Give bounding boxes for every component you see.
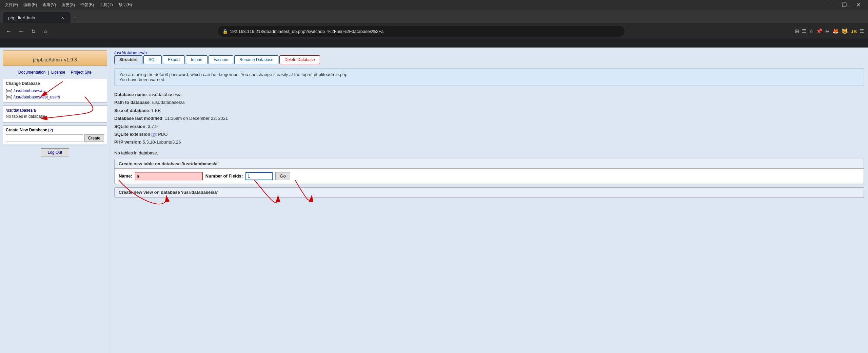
warning-line2: You have been warned.: [119, 77, 859, 82]
tab-title: phpLiteAdmin: [8, 15, 35, 20]
create-table-title: Create new table on database '/usr/datab…: [115, 159, 864, 169]
sidebar-links: Documentation | License | Project Site: [0, 69, 110, 76]
security-icon: 🔒: [222, 29, 228, 34]
menu-edit[interactable]: 编辑(E): [21, 1, 39, 8]
tab-rename-database[interactable]: Rename Database: [234, 55, 278, 64]
db-size-row: Size of database: 1 KB: [114, 107, 864, 114]
menu-bar: 文件(F) 编辑(E) 查看(V) 历史(S) 书签(B) 工具(T) 帮助(H…: [0, 0, 868, 10]
create-db-title: Create New Database [?]: [6, 128, 104, 132]
app-title: phpLiteAdmin v1.9.3: [6, 55, 104, 63]
tab-import[interactable]: Import: [186, 55, 208, 64]
table-name-input[interactable]: [135, 172, 203, 180]
action-tabs: Structure SQL Export Import Vacuum Renam…: [114, 55, 864, 64]
php-version-value: 5.3.10-1ubuntu3.26: [143, 140, 181, 145]
db-info: Database name: /usr/databases/a Path to …: [114, 91, 864, 146]
menu-icon[interactable]: ☰: [860, 28, 864, 34]
tab-bar: phpLiteAdmin ✕ +: [0, 10, 868, 23]
change-database-section: Change Database [rw] /usr/databases/a [r…: [3, 79, 107, 103]
sidebar: phpLiteAdmin v1.9.3 Documentation | Lice…: [0, 48, 110, 353]
tab-vacuum[interactable]: Vacuum: [209, 55, 233, 64]
tab-export[interactable]: Export: [163, 55, 185, 64]
database-item-2: [rw] /usr/databases/test_users: [6, 94, 104, 100]
no-tables-main: No tables in database.: [114, 150, 864, 155]
breadcrumb[interactable]: /usr/databases/a: [114, 50, 147, 55]
create-db-input[interactable]: [6, 134, 83, 142]
toolbar-right: ⊞ ☰ ☆ 📌 ↩ 🦊 😺 JS ☰: [792, 28, 864, 34]
create-table-section: Create new table on database '/usr/datab…: [114, 159, 864, 184]
forward-button[interactable]: →: [16, 26, 26, 36]
create-table-body: Name: Number of Fields: Go: [115, 169, 864, 184]
create-db-section: Create New Database [?] Create: [3, 125, 107, 144]
create-view-title: Create new view on database '/usr/databa…: [115, 188, 864, 197]
tab-close-button[interactable]: ✕: [60, 15, 65, 20]
reader-icon[interactable]: ☰: [802, 28, 806, 34]
url-text: 192.168.119.218/dbadmin/test_db.php?swit…: [230, 29, 384, 34]
name-label: Name:: [119, 173, 132, 179]
change-db-title: Change Database: [6, 81, 104, 86]
db-size-value: 1 KB: [151, 108, 161, 113]
db-path-value: /usr/databases/a: [152, 100, 184, 105]
sqlite-version-value: 3.7.9: [148, 124, 158, 129]
js-icon[interactable]: JS: [851, 29, 857, 34]
db-path-row: Path to database: /usr/databases/a: [114, 98, 864, 106]
go-button[interactable]: Go: [275, 172, 290, 180]
db-modified-row: Database last modified: 11:16am on Decem…: [114, 114, 864, 122]
sqlite-ext-help[interactable]: [?]: [152, 132, 156, 136]
sidebar-header: phpLiteAdmin v1.9.3: [3, 50, 107, 66]
maximize-button[interactable]: ❐: [840, 1, 849, 9]
php-version-row: PHP version: 5.3.10-1ubuntu3.26: [114, 138, 864, 146]
db-modified-value: 11:16am on December 22, 2021: [165, 116, 228, 121]
menu-view[interactable]: 查看(V): [40, 1, 58, 8]
db-name-label: Database name: [114, 92, 146, 97]
extensions-icon[interactable]: ⊞: [795, 28, 799, 34]
sqlite-ext-label: SQLite extension: [114, 132, 150, 137]
tab-sql[interactable]: SQL: [143, 55, 162, 64]
tab-delete-database[interactable]: Delete Database: [279, 55, 320, 64]
warning-line1: You are using the default password, whic…: [119, 72, 859, 77]
avatar-icon[interactable]: 🦊: [832, 28, 839, 34]
bookmarks-star-icon[interactable]: ☆: [809, 28, 813, 34]
url-bar[interactable]: 🔒 192.168.119.218/dbadmin/test_db.php?sw…: [218, 26, 625, 37]
create-db-row: Create: [6, 134, 104, 142]
database-link-2[interactable]: /usr/databases/test_users: [14, 95, 60, 99]
menu-tools[interactable]: 工具(T): [97, 1, 115, 8]
sqlite-ext-row: SQLite extension [?]: PDO: [114, 130, 864, 138]
minimize-button[interactable]: —: [825, 1, 834, 9]
new-tab-button[interactable]: +: [71, 13, 80, 23]
database-item-1: [rw] /usr/databases/a: [6, 88, 104, 94]
project-site-link[interactable]: Project Site: [71, 70, 92, 75]
tab-structure[interactable]: Structure: [114, 55, 142, 64]
pin-icon[interactable]: 📌: [816, 28, 823, 34]
create-db-help[interactable]: [?]: [48, 128, 53, 132]
home-button[interactable]: ⌂: [41, 26, 50, 36]
db-name-value: /usr/databases/a: [149, 92, 182, 97]
sqlite-version-row: SQLite version: 3.7.9: [114, 123, 864, 130]
sqlite-ext-value: PDO: [158, 132, 167, 137]
create-db-button[interactable]: Create: [84, 134, 104, 142]
menu-file[interactable]: 文件(F): [3, 1, 20, 8]
create-view-section: Create new view on database '/usr/databa…: [114, 187, 864, 198]
logout-button[interactable]: Log Out: [41, 148, 70, 156]
browser-tab[interactable]: phpLiteAdmin ✕: [3, 12, 71, 23]
back-nav-icon[interactable]: ↩: [825, 28, 830, 34]
menu-help[interactable]: 帮助(H): [116, 1, 134, 8]
menu-history[interactable]: 历史(S): [59, 1, 77, 8]
database-link-1[interactable]: /usr/databases/a: [14, 89, 44, 93]
back-button[interactable]: ←: [4, 26, 14, 36]
fields-count-input[interactable]: [245, 172, 273, 180]
db-size-label: Size of database: [114, 108, 149, 113]
main-content: /usr/databases/a Structure SQL Export Im…: [110, 48, 868, 353]
warning-box: You are using the default password, whic…: [114, 68, 864, 86]
no-tables-msg: No tables in database.: [6, 113, 104, 120]
current-db-section: /usr/databases/a No tables in database.: [3, 105, 107, 123]
menu-bookmarks[interactable]: 书签(B): [78, 1, 96, 8]
documentation-link[interactable]: Documentation: [18, 70, 46, 75]
license-link[interactable]: License: [51, 70, 65, 75]
close-button[interactable]: ✕: [854, 1, 863, 9]
db-name-row: Database name: /usr/databases/a: [114, 91, 864, 98]
db-path-label: Path to database: [114, 100, 150, 105]
reload-button[interactable]: ↻: [28, 26, 38, 36]
sqlite-version-label: SQLite version: [114, 124, 145, 129]
avatar2-icon[interactable]: 😺: [842, 28, 848, 34]
current-db-link[interactable]: /usr/databases/a: [6, 108, 36, 113]
